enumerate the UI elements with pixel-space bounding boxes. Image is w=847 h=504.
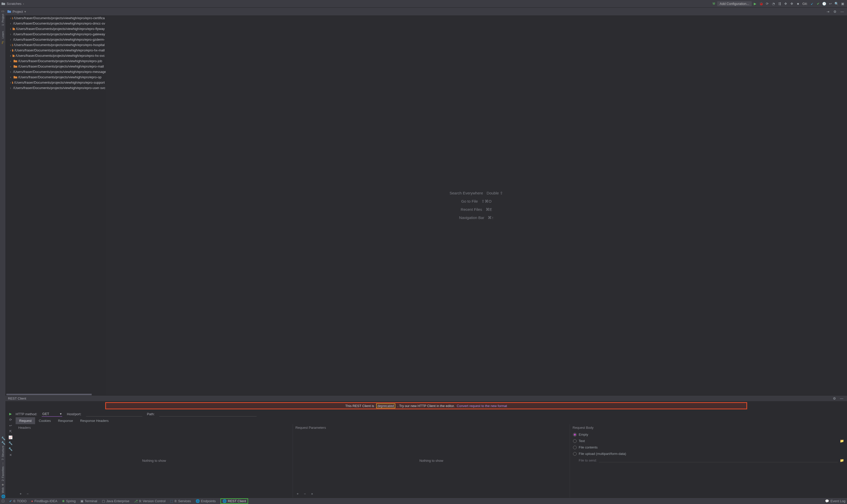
box-icon[interactable]: ▭ bbox=[1, 9, 4, 12]
chevron-right-icon[interactable]: › bbox=[10, 65, 13, 68]
bb-toolwindow-icon[interactable]: ☐ bbox=[2, 499, 5, 503]
radio-icon[interactable] bbox=[573, 433, 576, 436]
wrench-icon[interactable]: 🔧 bbox=[8, 441, 13, 445]
panel-icon[interactable]: ▣ bbox=[840, 1, 845, 7]
stop-icon[interactable]: ■ bbox=[795, 1, 801, 7]
radio-file-upload[interactable]: File upload (multipart/form-data) bbox=[573, 452, 844, 456]
convert-link[interactable]: Convert request to the new format bbox=[457, 404, 507, 408]
radio-empty[interactable]: Empty bbox=[573, 433, 844, 436]
chevron-right-icon[interactable]: › bbox=[10, 38, 11, 41]
tree-row[interactable]: ›/Users/fraser/Documents/projects/viewhi… bbox=[5, 15, 106, 21]
minimize-icon[interactable]: — bbox=[839, 396, 844, 401]
coverage-icon[interactable]: ⟳ bbox=[764, 1, 770, 7]
radio-icon[interactable] bbox=[573, 439, 576, 443]
gutter-web[interactable]: Web bbox=[1, 487, 4, 493]
commit-icon[interactable]: ✔ bbox=[815, 1, 821, 7]
tree-row[interactable]: ›/Users/fraser/Documents/projects/viewhi… bbox=[5, 48, 106, 53]
attach-icon[interactable]: ✥ bbox=[783, 1, 789, 7]
tree-row[interactable]: ›/Users/fraser/Documents/projects/viewhi… bbox=[5, 26, 106, 32]
minimize-icon[interactable]: — bbox=[839, 9, 845, 14]
bb-findbugs[interactable]: ●FindBugs-IDEA bbox=[31, 499, 57, 503]
tree-row[interactable]: ›/Users/fraser/Documents/projects/viewhi… bbox=[5, 74, 106, 80]
tree-row[interactable]: ›/Users/fraser/Documents/projects/viewhi… bbox=[5, 58, 106, 64]
cap-icon[interactable]: 🎓 bbox=[1, 40, 4, 43]
remove-icon[interactable]: − bbox=[25, 491, 31, 497]
wrench-icon[interactable]: 🔧 bbox=[1, 436, 4, 439]
attach2-icon[interactable]: ✥ bbox=[789, 1, 795, 7]
remove-icon[interactable]: − bbox=[302, 491, 308, 497]
gear-icon[interactable]: ⚙ bbox=[832, 9, 838, 14]
chevron-right-icon[interactable]: › bbox=[10, 27, 12, 31]
search-icon[interactable]: 🔍 bbox=[834, 1, 839, 7]
project-title[interactable]: Project bbox=[13, 10, 23, 14]
tree-row[interactable]: ›/Users/fraser/Documents/projects/viewhi… bbox=[5, 85, 106, 91]
bb-rest-client[interactable]: 🌐REST Client bbox=[221, 498, 248, 504]
collapse-icon[interactable]: ⇥ bbox=[825, 9, 831, 14]
radio-icon[interactable] bbox=[573, 452, 576, 456]
run-icon[interactable]: ▶ bbox=[752, 1, 758, 7]
update-icon[interactable]: ↙ bbox=[809, 1, 815, 7]
bb-vcs[interactable]: ⎇9: Version Control bbox=[134, 499, 166, 503]
file-input[interactable] bbox=[599, 458, 838, 462]
gutter-learn[interactable]: Learn bbox=[1, 31, 4, 38]
gutter-project[interactable]: 1: Project bbox=[1, 14, 4, 25]
bb-event-log[interactable]: 💬Event Log bbox=[825, 499, 845, 503]
chevron-right-icon[interactable]: › bbox=[10, 21, 11, 25]
tree-row[interactable]: ›/Users/fraser/Documents/projects/viewhi… bbox=[5, 42, 106, 48]
gear-icon[interactable]: ⚙ bbox=[832, 396, 837, 401]
tree-row[interactable]: ›/Users/fraser/Documents/projects/viewhi… bbox=[5, 80, 106, 85]
tab-cookies[interactable]: Cookies bbox=[35, 417, 54, 424]
chevron-right-icon[interactable]: › bbox=[10, 16, 11, 20]
radio-text[interactable]: Text 📁 bbox=[573, 439, 844, 443]
http-method-select[interactable]: GET ▾ bbox=[42, 411, 62, 417]
tree-row[interactable]: ›/Users/fraser/Documents/projects/viewhi… bbox=[5, 21, 106, 26]
back-icon[interactable]: ↩ bbox=[9, 424, 12, 428]
path-input[interactable] bbox=[159, 412, 257, 416]
rollback-icon[interactable]: ↩ bbox=[828, 1, 833, 7]
chevron-right-icon[interactable]: › bbox=[10, 54, 12, 57]
debug-icon[interactable]: 🐞 bbox=[758, 1, 764, 7]
graph-icon[interactable]: 📈 bbox=[8, 435, 13, 439]
bb-services[interactable]: ⬚8: Services bbox=[170, 499, 191, 503]
star-icon[interactable]: ★ bbox=[1, 483, 4, 486]
reload-icon[interactable]: ⟳ bbox=[9, 418, 12, 421]
radio-file-contents[interactable]: File contents bbox=[573, 445, 844, 449]
profile-icon[interactable]: ◔ bbox=[771, 1, 776, 7]
tree-row[interactable]: ›/Users/fraser/Documents/projects/viewhi… bbox=[5, 64, 106, 69]
tab-response[interactable]: Response bbox=[54, 417, 76, 424]
project-tree[interactable]: ›/Users/fraser/Documents/projects/viewhi… bbox=[5, 15, 106, 395]
host-input[interactable] bbox=[86, 412, 142, 416]
bb-spring[interactable]: ❀Spring bbox=[62, 499, 76, 503]
chevron-right-icon[interactable]: › bbox=[10, 80, 11, 85]
tree-row[interactable]: ›/Users/fraser/Documents/projects/viewhi… bbox=[5, 32, 106, 37]
add-configuration-button[interactable]: Add Configuration... bbox=[717, 1, 752, 6]
tree-row[interactable]: ›/Users/fraser/Documents/projects/viewhi… bbox=[5, 53, 106, 58]
hammer-icon[interactable]: ⚒ bbox=[711, 1, 717, 7]
chevron-right-icon[interactable]: › bbox=[10, 32, 11, 36]
history-icon[interactable]: 🕓 bbox=[822, 1, 827, 7]
radio-icon[interactable] bbox=[573, 446, 576, 449]
globe-icon[interactable]: 🌐 bbox=[1, 494, 4, 498]
tab-request[interactable]: Request bbox=[16, 417, 35, 424]
chevron-right-icon[interactable]: › bbox=[10, 59, 13, 63]
chevron-right-icon[interactable]: › bbox=[10, 48, 11, 52]
chevron-right-icon[interactable]: › bbox=[10, 86, 11, 90]
bb-terminal[interactable]: ▣Terminal bbox=[81, 499, 97, 503]
export-icon[interactable]: ⇱ bbox=[9, 430, 12, 433]
wrench2-icon[interactable]: 🔧 bbox=[8, 447, 13, 451]
tree-row[interactable]: ›/Users/fraser/Documents/projects/viewhi… bbox=[5, 69, 106, 74]
run-icon[interactable]: ▶ bbox=[9, 412, 12, 416]
folder-icon[interactable]: 📁 bbox=[840, 439, 844, 443]
breadcrumb[interactable]: Scratches › bbox=[2, 2, 24, 6]
bb-todo[interactable]: ✔6: TODO bbox=[9, 499, 27, 503]
chevron-right-icon[interactable]: › bbox=[10, 75, 13, 79]
tree-row[interactable]: ›/Users/fraser/Documents/projects/viewhi… bbox=[5, 37, 106, 42]
folder-icon[interactable]: 📁 bbox=[840, 458, 844, 462]
bb-endpoints[interactable]: 🌐Endpoints bbox=[196, 499, 216, 503]
chevron-right-icon[interactable]: › bbox=[10, 70, 11, 74]
tab-response-headers[interactable]: Response Headers bbox=[76, 417, 112, 424]
chevron-right-icon[interactable]: › bbox=[10, 43, 11, 47]
add-icon[interactable]: ＋ bbox=[18, 491, 23, 497]
tree-icon[interactable]: ⋮ bbox=[1, 462, 4, 465]
bb-java-ee[interactable]: ▢Java Enterprise bbox=[102, 499, 129, 503]
